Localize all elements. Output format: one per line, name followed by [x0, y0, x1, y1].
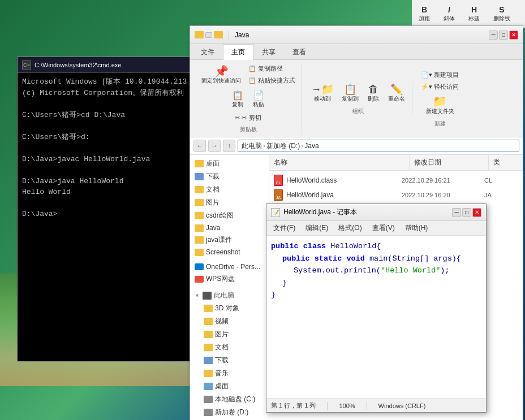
screenshot-folder-icon — [195, 249, 204, 256]
copy-to-button[interactable]: 📋 复制到 — [338, 82, 362, 105]
breadcrumb-pc[interactable]: 此电脑 — [242, 141, 262, 151]
italic-icon: I — [448, 5, 450, 15]
file-item-java[interactable]: JA HelloWorld.java 2022.10.29 16:20 JA — [269, 188, 523, 202]
explorer-titlebar[interactable]: Java ─ □ ✕ — [190, 26, 523, 44]
delete-button[interactable]: 🗑 删除 — [363, 82, 384, 105]
sidebar-images-label: 图片 — [215, 330, 229, 339]
sidebar-item-docs[interactable]: 文档 — [190, 183, 269, 196]
paste-shortcut-icon: 📋 — [248, 77, 256, 84]
breadcrumb-drive[interactable]: 新加卷 (D:) — [266, 141, 300, 151]
sidebar-item-local-c[interactable]: 本地磁盘 (C:) — [190, 393, 269, 406]
cmd-content[interactable]: Microsoft Windows [版本 10.0.19044.213 (c)… — [18, 73, 192, 361]
paste-button[interactable]: 📄 粘贴 — [249, 89, 269, 111]
menu-view[interactable]: 查看(V) — [368, 222, 399, 234]
notepad-close-button[interactable]: ✕ — [472, 208, 481, 217]
sidebar-item-desktop[interactable]: 桌面 — [190, 157, 269, 170]
col-name[interactable]: 名称 — [269, 155, 410, 170]
sidebar-item-pics[interactable]: 图片 — [190, 196, 269, 209]
downloads-folder-icon — [204, 357, 213, 364]
menu-help[interactable]: 帮助(H) — [401, 222, 433, 234]
breadcrumb-folder[interactable]: Java — [304, 142, 319, 150]
new-item-button[interactable]: 📄▾ 新建项目 — [418, 70, 462, 80]
explorer-folder2-icon — [214, 31, 223, 38]
bold-button[interactable]: B 加粗 — [416, 4, 432, 24]
sidebar-item-javacourse[interactable]: java课件 — [190, 233, 269, 246]
explorer-title: Java — [235, 31, 249, 39]
music-folder-icon — [204, 370, 213, 377]
easy-access-button[interactable]: ⚡▾ 轻松访问 — [418, 81, 462, 92]
rename-button[interactable]: ✏️ 重命名 — [385, 82, 408, 105]
col-date[interactable]: 修改日期 — [410, 155, 489, 170]
pin-quick-access-button[interactable]: 📌 固定到快速访问 — [198, 63, 244, 86]
cut-button[interactable]: ✂ ✂ 剪切 — [232, 112, 264, 123]
notepad-maximize-button[interactable]: □ — [462, 208, 471, 217]
sidebar-documents-label: 文档 — [215, 343, 229, 352]
back-button[interactable]: ← — [193, 140, 206, 152]
menu-format[interactable]: 格式(O) — [334, 222, 366, 234]
sidebar-item-download[interactable]: 下载 — [190, 170, 269, 183]
address-bar[interactable]: 此电脑 › 新加卷 (D:) › Java — [238, 140, 519, 152]
up-button[interactable]: ↑ — [223, 140, 235, 152]
italic-label: 斜体 — [444, 15, 455, 23]
sidebar-item-desktop2[interactable]: 桌面 — [190, 380, 269, 393]
notepad-titlebar[interactable]: 📝 HelloWorld.java - 记事本 ─ □ ✕ — [266, 204, 486, 221]
notepad-window-controls: ─ □ ✕ — [452, 208, 481, 217]
copy-path-button[interactable]: 📋 复制路径 — [246, 63, 298, 74]
cmd-titlebar[interactable]: C> C:\Windows\system32\cmd.exe — [18, 57, 192, 73]
file-item-class[interactable]: CL HelloWorld.class 2022.10.29 16:21 CL — [269, 173, 523, 188]
sidebar-item-music[interactable]: 音乐 — [190, 367, 269, 380]
copy-button[interactable]: 📋 复制 — [228, 89, 248, 111]
cmd-line-9 — [22, 164, 187, 176]
sidebar-item-local-d[interactable]: 新加卷 (D:) — [190, 406, 269, 419]
sidebar-item-java[interactable]: Java — [190, 222, 269, 233]
sidebar-desktop2-label: 桌面 — [215, 382, 229, 391]
sidebar-item-thispc[interactable]: ▼ 🖥 此电脑 — [190, 289, 269, 302]
sidebar-java-label: Java — [206, 224, 220, 232]
notepad-minimize-button[interactable]: ─ — [452, 208, 461, 217]
video-folder-icon — [204, 318, 213, 325]
minimize-button[interactable]: ─ — [489, 31, 498, 40]
close-button[interactable]: ✕ — [509, 31, 518, 40]
copy-to-icon: 📋 — [344, 84, 356, 94]
sidebar-item-documents[interactable]: 文档 — [190, 341, 269, 354]
statusbar-sep1 — [327, 402, 328, 410]
tab-file[interactable]: 文件 — [192, 44, 223, 60]
paste-icon: 📄 — [253, 91, 264, 100]
sidebar-item-downloads[interactable]: 下载 — [190, 354, 269, 367]
tab-home[interactable]: 主页 — [223, 44, 253, 60]
easy-access-icon: ⚡▾ — [421, 83, 432, 90]
explorer-folder-icon — [195, 31, 204, 38]
col-type[interactable]: 类 — [489, 155, 523, 170]
menu-file[interactable]: 文件(F) — [269, 222, 300, 234]
cmd-window: C> C:\Windows\system32\cmd.exe Microsoft… — [17, 57, 192, 362]
italic-button[interactable]: I 斜体 — [441, 4, 457, 24]
sidebar-3d-label: 3D 对象 — [215, 304, 239, 313]
maximize-button[interactable]: □ — [499, 31, 508, 40]
sidebar-item-onedrive[interactable]: OneDrive - Pers... — [190, 261, 269, 272]
cmd-line-6: C:\Users\猪哥>d: — [22, 132, 187, 143]
ribbon-content: 📌 固定到快速访问 📋 复制路径 📋 粘贴快捷方式 — [190, 60, 523, 137]
tab-view[interactable]: 查看 — [284, 44, 315, 60]
tab-share[interactable]: 共享 — [253, 44, 284, 60]
window-controls: ─ □ ✕ — [489, 31, 518, 40]
strikethrough-button[interactable]: S 删除线 — [491, 4, 513, 24]
sidebar-item-images[interactable]: 图片 — [190, 328, 269, 341]
sidebar-wps-label: WPS网盘 — [206, 274, 235, 284]
sidebar-item-screenshot[interactable]: Screenshot — [190, 246, 269, 258]
sidebar-item-video[interactable]: 视频 — [190, 315, 269, 328]
organize-group: →📁 移动到 📋 复制到 🗑 删除 ✏️ — [304, 81, 412, 116]
heading-button[interactable]: H 标题 — [466, 4, 482, 24]
sidebar-item-csdn[interactable]: csdn绘图 — [190, 209, 269, 222]
move-to-button[interactable]: →📁 移动到 — [308, 82, 337, 105]
cmd-title: C:\Windows\system32\cmd.exe — [35, 62, 121, 68]
notepad-content[interactable]: public class HelloWorld{ public static v… — [266, 236, 486, 393]
forward-button[interactable]: → — [208, 140, 221, 152]
clipboard-group: 📌 固定到快速访问 📋 复制路径 📋 粘贴快捷方式 — [195, 62, 302, 135]
menu-edit[interactable]: 编辑(E) — [301, 222, 333, 234]
sidebar-item-wps[interactable]: WPS网盘 — [190, 272, 269, 285]
new-folder-button[interactable]: 📁 新建文件夹 — [418, 93, 462, 118]
paste-shortcut-button[interactable]: 📋 粘贴快捷方式 — [246, 75, 298, 86]
sidebar-local-d-label: 新加卷 (D:) — [215, 408, 248, 417]
java-file-icon: JA — [274, 189, 283, 201]
sidebar-item-3d[interactable]: 3D 对象 — [190, 302, 269, 315]
